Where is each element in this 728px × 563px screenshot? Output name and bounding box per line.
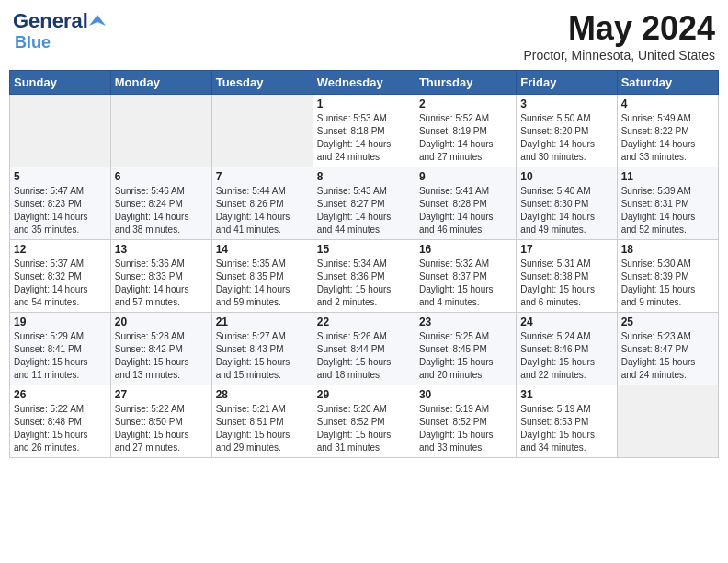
logo-general: General — [13, 9, 88, 33]
calendar-cell — [10, 95, 111, 167]
calendar-cell: 3Sunrise: 5:50 AM Sunset: 8:20 PM Daylig… — [517, 95, 617, 167]
day-number: 14 — [216, 243, 309, 256]
calendar-table: SundayMondayTuesdayWednesdayThursdayFrid… — [9, 70, 719, 458]
calendar-cell: 18Sunrise: 5:30 AM Sunset: 8:39 PM Dayli… — [617, 240, 718, 313]
day-info: Sunrise: 5:49 AM Sunset: 8:22 PM Dayligh… — [621, 112, 714, 164]
calendar-cell — [211, 95, 313, 167]
day-number: 13 — [115, 243, 208, 256]
calendar-cell: 2Sunrise: 5:52 AM Sunset: 8:19 PM Daylig… — [415, 95, 516, 167]
day-info: Sunrise: 5:22 AM Sunset: 8:48 PM Dayligh… — [14, 403, 107, 454]
calendar-cell: 12Sunrise: 5:37 AM Sunset: 8:32 PM Dayli… — [10, 240, 111, 313]
weekday-header-thursday: Thursday — [415, 71, 516, 95]
calendar-cell: 30Sunrise: 5:19 AM Sunset: 8:52 PM Dayli… — [415, 385, 516, 458]
day-number: 3 — [520, 98, 612, 110]
weekday-header-row: SundayMondayTuesdayWednesdayThursdayFrid… — [10, 71, 719, 95]
day-number: 1 — [317, 98, 411, 110]
calendar-cell: 14Sunrise: 5:35 AM Sunset: 8:35 PM Dayli… — [211, 240, 313, 313]
day-info: Sunrise: 5:29 AM Sunset: 8:41 PM Dayligh… — [14, 330, 107, 382]
calendar-cell: 1Sunrise: 5:53 AM Sunset: 8:18 PM Daylig… — [313, 95, 415, 167]
day-number: 24 — [520, 316, 612, 328]
calendar-week-row: 26Sunrise: 5:22 AM Sunset: 8:48 PM Dayli… — [10, 385, 719, 458]
day-number: 25 — [621, 316, 714, 328]
logo-bird-icon — [89, 13, 106, 29]
calendar-cell: 25Sunrise: 5:23 AM Sunset: 8:47 PM Dayli… — [617, 313, 718, 385]
weekday-header-tuesday: Tuesday — [211, 71, 313, 95]
location-subtitle: Proctor, Minnesota, United States — [523, 48, 715, 63]
day-info: Sunrise: 5:50 AM Sunset: 8:20 PM Dayligh… — [520, 112, 612, 164]
calendar-cell: 23Sunrise: 5:25 AM Sunset: 8:45 PM Dayli… — [415, 313, 516, 385]
svg-marker-0 — [89, 15, 106, 26]
calendar-cell: 13Sunrise: 5:36 AM Sunset: 8:33 PM Dayli… — [110, 240, 211, 313]
day-number: 17 — [520, 243, 612, 256]
calendar-cell: 11Sunrise: 5:39 AM Sunset: 8:31 PM Dayli… — [617, 167, 718, 240]
calendar-cell: 9Sunrise: 5:41 AM Sunset: 8:28 PM Daylig… — [415, 167, 516, 240]
calendar-cell: 29Sunrise: 5:20 AM Sunset: 8:52 PM Dayli… — [313, 385, 415, 458]
day-info: Sunrise: 5:35 AM Sunset: 8:35 PM Dayligh… — [216, 258, 309, 309]
day-number: 12 — [14, 243, 107, 256]
day-info: Sunrise: 5:32 AM Sunset: 8:37 PM Dayligh… — [419, 258, 512, 309]
calendar-cell: 19Sunrise: 5:29 AM Sunset: 8:41 PM Dayli… — [10, 313, 111, 385]
day-number: 22 — [317, 316, 411, 328]
day-number: 16 — [419, 243, 512, 256]
day-number: 5 — [14, 170, 107, 183]
day-number: 6 — [115, 170, 208, 183]
day-info: Sunrise: 5:19 AM Sunset: 8:53 PM Dayligh… — [520, 403, 612, 454]
day-info: Sunrise: 5:53 AM Sunset: 8:18 PM Dayligh… — [317, 112, 411, 164]
day-info: Sunrise: 5:22 AM Sunset: 8:50 PM Dayligh… — [115, 403, 208, 454]
day-number: 4 — [621, 98, 714, 110]
weekday-header-saturday: Saturday — [617, 71, 718, 95]
day-info: Sunrise: 5:44 AM Sunset: 8:26 PM Dayligh… — [216, 185, 309, 236]
day-number: 30 — [419, 388, 512, 401]
calendar-week-row: 19Sunrise: 5:29 AM Sunset: 8:41 PM Dayli… — [10, 313, 719, 385]
calendar-cell — [110, 95, 211, 167]
calendar-week-row: 12Sunrise: 5:37 AM Sunset: 8:32 PM Dayli… — [10, 240, 719, 313]
day-number: 29 — [317, 388, 411, 401]
day-number: 10 — [520, 170, 612, 183]
day-info: Sunrise: 5:52 AM Sunset: 8:19 PM Dayligh… — [419, 112, 512, 164]
day-info: Sunrise: 5:39 AM Sunset: 8:31 PM Dayligh… — [621, 185, 714, 236]
day-info: Sunrise: 5:23 AM Sunset: 8:47 PM Dayligh… — [621, 330, 714, 382]
calendar-cell: 28Sunrise: 5:21 AM Sunset: 8:51 PM Dayli… — [211, 385, 313, 458]
logo: General Blue — [13, 9, 106, 52]
day-info: Sunrise: 5:30 AM Sunset: 8:39 PM Dayligh… — [621, 258, 714, 309]
day-info: Sunrise: 5:26 AM Sunset: 8:44 PM Dayligh… — [317, 330, 411, 382]
day-number: 28 — [216, 388, 309, 401]
calendar-cell: 7Sunrise: 5:44 AM Sunset: 8:26 PM Daylig… — [211, 167, 313, 240]
month-year-title: May 2024 — [523, 9, 715, 48]
day-info: Sunrise: 5:28 AM Sunset: 8:42 PM Dayligh… — [115, 330, 208, 382]
day-info: Sunrise: 5:19 AM Sunset: 8:52 PM Dayligh… — [419, 403, 512, 454]
day-number: 11 — [621, 170, 714, 183]
day-info: Sunrise: 5:27 AM Sunset: 8:43 PM Dayligh… — [216, 330, 309, 382]
day-number: 19 — [14, 316, 107, 328]
calendar-cell: 4Sunrise: 5:49 AM Sunset: 8:22 PM Daylig… — [617, 95, 718, 167]
day-number: 18 — [621, 243, 714, 256]
calendar-cell — [617, 385, 718, 458]
day-number: 20 — [115, 316, 208, 328]
calendar-cell: 10Sunrise: 5:40 AM Sunset: 8:30 PM Dayli… — [517, 167, 617, 240]
calendar-cell: 26Sunrise: 5:22 AM Sunset: 8:48 PM Dayli… — [10, 385, 111, 458]
calendar-cell: 5Sunrise: 5:47 AM Sunset: 8:23 PM Daylig… — [10, 167, 111, 240]
logo-blue: Blue — [15, 33, 51, 52]
day-number: 9 — [419, 170, 512, 183]
day-number: 31 — [520, 388, 612, 401]
calendar-cell: 15Sunrise: 5:34 AM Sunset: 8:36 PM Dayli… — [313, 240, 415, 313]
day-number: 7 — [216, 170, 309, 183]
calendar-cell: 21Sunrise: 5:27 AM Sunset: 8:43 PM Dayli… — [211, 313, 313, 385]
day-info: Sunrise: 5:20 AM Sunset: 8:52 PM Dayligh… — [317, 403, 411, 454]
calendar-cell: 24Sunrise: 5:24 AM Sunset: 8:46 PM Dayli… — [517, 313, 617, 385]
day-number: 26 — [14, 388, 107, 401]
calendar-cell: 16Sunrise: 5:32 AM Sunset: 8:37 PM Dayli… — [415, 240, 516, 313]
title-area: May 2024 Proctor, Minnesota, United Stat… — [523, 9, 715, 63]
calendar-cell: 27Sunrise: 5:22 AM Sunset: 8:50 PM Dayli… — [110, 385, 211, 458]
day-info: Sunrise: 5:25 AM Sunset: 8:45 PM Dayligh… — [419, 330, 512, 382]
weekday-header-sunday: Sunday — [10, 71, 111, 95]
calendar-cell: 8Sunrise: 5:43 AM Sunset: 8:27 PM Daylig… — [313, 167, 415, 240]
calendar-week-row: 5Sunrise: 5:47 AM Sunset: 8:23 PM Daylig… — [10, 167, 719, 240]
day-info: Sunrise: 5:31 AM Sunset: 8:38 PM Dayligh… — [520, 258, 612, 309]
day-number: 8 — [317, 170, 411, 183]
day-info: Sunrise: 5:41 AM Sunset: 8:28 PM Dayligh… — [419, 185, 512, 236]
page-header: General Blue May 2024 Proctor, Minnesota… — [9, 9, 719, 63]
day-info: Sunrise: 5:34 AM Sunset: 8:36 PM Dayligh… — [317, 258, 411, 309]
day-info: Sunrise: 5:40 AM Sunset: 8:30 PM Dayligh… — [520, 185, 612, 236]
calendar-cell: 6Sunrise: 5:46 AM Sunset: 8:24 PM Daylig… — [110, 167, 211, 240]
